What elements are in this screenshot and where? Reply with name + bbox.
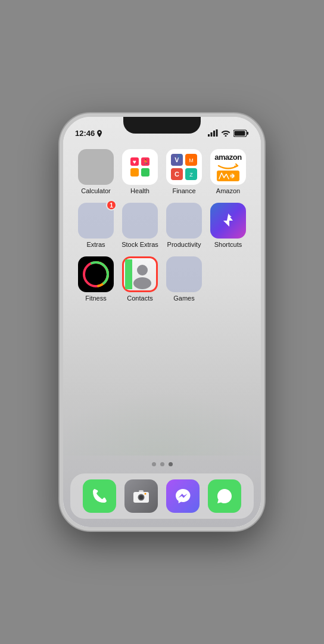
amazon-label: Amazon	[216, 187, 240, 194]
empty-slot	[210, 256, 246, 292]
finance-icon: V M C Z	[166, 149, 202, 185]
app-shortcuts[interactable]: Shortcuts	[208, 203, 248, 248]
productivity-label: Productivity	[167, 241, 201, 248]
page-dots	[63, 454, 261, 473]
dock	[70, 473, 254, 519]
wifi-icon	[221, 129, 230, 137]
app-games[interactable]: Games	[164, 256, 204, 302]
health-icon: ♥ 🏃	[122, 149, 158, 185]
contacts-label: Contacts	[127, 295, 152, 302]
app-fitness[interactable]: Fitness	[76, 256, 116, 302]
fitness-label: Fitness	[85, 295, 106, 302]
shortcuts-icon	[210, 203, 246, 239]
svg-text:Z: Z	[189, 172, 193, 178]
app-contacts[interactable]: Contacts	[120, 256, 160, 302]
app-row-2: 1 Extras	[74, 203, 250, 248]
app-finance[interactable]: V M C Z Finance	[164, 149, 204, 194]
svg-text:M: M	[189, 157, 194, 163]
fitness-icon	[78, 256, 114, 292]
svg-rect-9	[130, 168, 139, 177]
health-label: Health	[130, 187, 149, 194]
battery-icon	[233, 129, 249, 137]
phone-screen: 12:46	[63, 117, 261, 527]
app-health[interactable]: ♥ 🏃 Health	[120, 149, 160, 194]
app-stock-extras[interactable]: Stock Extras	[120, 203, 160, 248]
power-button[interactable]	[263, 200, 264, 236]
extras-icon: 1	[78, 203, 114, 239]
svg-text:🏃: 🏃	[142, 159, 149, 166]
status-time: 12:46	[75, 129, 95, 138]
dock-phone[interactable]	[83, 479, 116, 513]
location-icon	[96, 130, 102, 137]
phone-frame: 12:46	[60, 113, 264, 531]
phone-icon	[90, 487, 109, 506]
svg-text:♥: ♥	[133, 159, 136, 165]
svg-point-29	[137, 265, 148, 275]
games-label: Games	[173, 295, 194, 302]
contacts-icon	[122, 256, 158, 292]
calculator-icon	[78, 149, 114, 185]
signal-icon	[208, 129, 218, 137]
svg-point-33	[139, 496, 144, 500]
svg-text:C: C	[175, 171, 179, 178]
app-amazon[interactable]: amazon Amazon	[208, 149, 248, 194]
svg-marker-24	[223, 215, 233, 227]
status-icons	[208, 129, 249, 137]
svg-rect-2	[213, 131, 215, 137]
app-productivity[interactable]: Productivity	[164, 203, 204, 248]
app-empty	[208, 256, 248, 292]
dot-2	[160, 462, 164, 466]
stock-extras-icon	[122, 203, 158, 239]
app-row-1: Calculator ♥ 🏃	[74, 149, 250, 194]
extras-badge: 1	[106, 200, 117, 210]
dock-messenger[interactable]	[166, 479, 200, 513]
finance-label: Finance	[172, 187, 195, 194]
camera-icon	[132, 487, 151, 506]
svg-rect-3	[216, 129, 218, 137]
notch	[123, 117, 201, 134]
shortcuts-label: Shortcuts	[214, 241, 242, 248]
games-icon	[166, 256, 202, 292]
app-extras[interactable]: 1 Extras	[76, 203, 116, 248]
volume-down-button[interactable]	[60, 245, 61, 276]
svg-rect-5	[247, 132, 249, 135]
svg-point-30	[133, 277, 151, 289]
app-grid: Calculator ♥ 🏃	[63, 143, 261, 454]
svg-rect-6	[235, 131, 245, 135]
messages-icon	[215, 487, 234, 506]
dot-1	[152, 462, 156, 466]
mute-button[interactable]	[60, 177, 61, 196]
stock-extras-label: Stock Extras	[122, 241, 158, 248]
volume-up-button[interactable]	[60, 206, 61, 237]
dock-camera[interactable]	[124, 479, 158, 513]
amazon-icon: amazon	[210, 149, 246, 185]
svg-rect-28	[125, 259, 132, 289]
calculator-label: Calculator	[81, 187, 111, 194]
svg-rect-10	[141, 168, 149, 177]
extras-label: Extras	[86, 241, 105, 248]
svg-point-35	[145, 493, 147, 495]
messenger-icon	[173, 487, 192, 506]
svg-rect-0	[208, 134, 210, 137]
dock-messages[interactable]	[208, 479, 241, 513]
app-row-3: Fitness Contacts	[74, 256, 250, 302]
productivity-icon	[166, 203, 202, 239]
svg-rect-34	[139, 490, 144, 493]
svg-rect-21	[177, 154, 182, 159]
dot-3	[169, 462, 173, 466]
svg-rect-1	[211, 132, 213, 137]
app-calculator[interactable]: Calculator	[76, 149, 116, 194]
